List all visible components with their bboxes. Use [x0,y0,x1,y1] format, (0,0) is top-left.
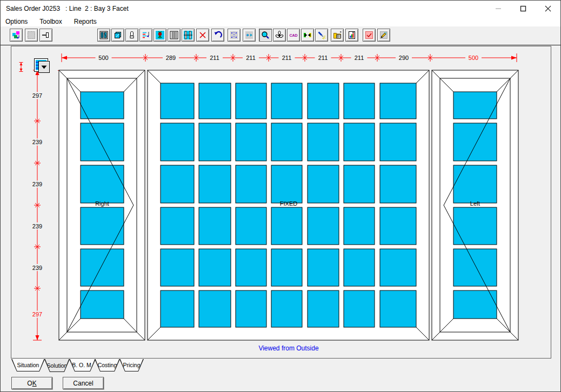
top-dimension-value[interactable]: 289 [166,55,176,61]
window-style-button[interactable] [97,29,110,42]
top-dimension-value[interactable]: 211 [210,55,219,61]
minimize-button[interactable] [486,1,511,17]
cancel-button[interactable]: Cancel [63,377,104,389]
chart-button[interactable] [345,29,358,42]
glass-pane[interactable] [81,165,124,203]
menu-reports[interactable]: Reports [68,17,103,26]
glass-pane[interactable] [308,249,339,286]
cad-button[interactable]: CAD [287,29,300,42]
tab-pricing[interactable]: Pricing [119,359,144,371]
attach-profile-button[interactable] [39,29,52,42]
glass-pane[interactable] [81,92,124,119]
left-dimension-value[interactable]: 239 [32,265,42,271]
glass-pane[interactable] [199,165,231,203]
tab-bom[interactable]: B. O. M. [69,359,96,371]
glass-pane[interactable] [81,123,124,161]
glass-pane[interactable] [271,207,302,245]
frame-style-dropdown[interactable] [39,62,50,73]
glass-pane[interactable] [308,290,339,327]
glass-pane[interactable] [380,123,416,161]
glass-pane[interactable] [271,249,302,286]
glass-pane[interactable] [308,83,339,119]
glass-pane[interactable] [271,165,302,203]
glass-pane[interactable] [344,249,375,286]
glass-pane[interactable] [453,249,497,286]
glass-pane[interactable] [380,83,416,119]
top-dimension-value[interactable]: 290 [399,55,409,61]
glass-pane[interactable] [271,83,302,119]
compare-arrows-button[interactable] [301,29,314,42]
drawing-canvas[interactable]: 5002892112112112112112905002972392392392… [11,46,551,359]
tab-solution[interactable]: Solution [44,359,70,372]
glass-pane[interactable] [161,123,194,161]
undo-button[interactable] [211,29,224,42]
ok-button[interactable]: OK [11,377,52,389]
glass-pane[interactable] [271,290,302,327]
glass-pane[interactable] [81,207,124,245]
glass-pane[interactable] [308,207,339,245]
tab-situation[interactable]: Situation [11,359,45,371]
glass-pane[interactable] [380,207,416,245]
glass-pane[interactable] [236,207,266,245]
left-casement-panel[interactable]: Right [59,70,145,340]
top-dimension-value[interactable]: 211 [318,55,328,61]
right-casement-panel[interactable]: Left [432,70,518,340]
glass-pane[interactable] [380,165,416,203]
transom-bars-button[interactable] [182,29,195,42]
glass-pane[interactable] [271,123,302,161]
maximize-button[interactable] [511,1,536,17]
glass-pane[interactable] [308,165,339,203]
glass-pane[interactable] [453,290,497,319]
glass-pane[interactable] [161,207,194,245]
glass-pane[interactable] [236,249,266,286]
glass-pane[interactable] [453,207,497,245]
glass-pane[interactable] [236,83,266,119]
glass-pane[interactable] [199,249,231,286]
glazing-button[interactable] [111,29,124,42]
glass-pane[interactable] [380,290,416,327]
top-dimension-value[interactable]: 211 [355,55,364,61]
glass-pane[interactable] [344,207,375,245]
arrange-copy-button[interactable] [10,29,23,42]
left-dimension-value[interactable]: 297 [32,311,42,317]
glass-pane[interactable] [236,290,266,327]
folder-form-button[interactable] [331,29,344,42]
left-dimension-value[interactable]: 239 [32,223,42,229]
glass-pane[interactable] [453,123,497,161]
profile-options-button[interactable] [139,29,152,42]
glass-pane[interactable] [81,249,124,286]
fixed-panel[interactable]: FIXED [148,70,429,340]
glass-pane[interactable] [344,83,375,119]
glass-pane[interactable] [344,123,375,161]
zoom-button[interactable] [259,29,272,42]
glass-pane[interactable] [161,249,194,286]
top-dimension-value[interactable]: 211 [246,55,256,61]
garden-view-button[interactable] [153,29,166,42]
glass-pane[interactable] [199,207,231,245]
glass-pane[interactable] [236,123,266,161]
delete-button[interactable] [196,29,209,42]
glass-pane[interactable] [308,123,339,161]
glass-pane[interactable] [453,92,497,119]
top-dimension-value[interactable]: 500 [98,55,108,61]
glass-pane[interactable] [199,123,231,161]
glass-pane[interactable] [380,249,416,286]
glass-pane[interactable] [236,165,266,203]
left-dimension-value[interactable]: 297 [32,92,42,99]
tab-costing[interactable]: Costing [95,359,120,371]
menu-toolbox[interactable]: Toolbox [34,17,68,26]
glass-pane[interactable] [344,165,375,203]
glass-pane[interactable] [344,290,375,327]
menu-options[interactable]: Options [1,17,34,26]
left-dimension-value[interactable]: 239 [32,181,42,187]
glass-pane[interactable] [199,290,231,327]
glass-pane[interactable] [161,83,194,119]
glass-pane[interactable] [161,165,194,203]
top-dimension-value[interactable]: 211 [282,55,292,61]
glass-pane[interactable] [199,83,231,119]
top-dimension-value[interactable]: 500 [469,55,478,61]
close-button[interactable] [536,1,560,17]
left-dimension-value[interactable]: 239 [32,139,42,145]
glass-pane[interactable] [453,165,497,203]
glass-pane[interactable] [161,290,194,327]
